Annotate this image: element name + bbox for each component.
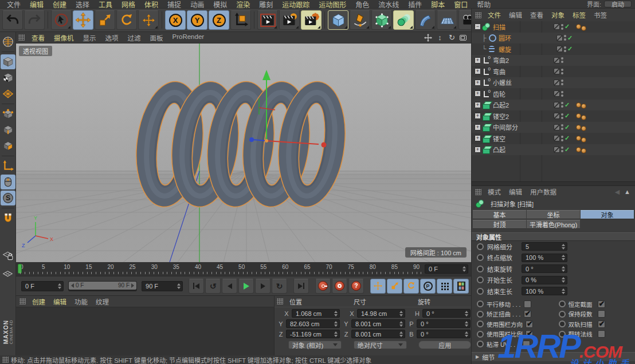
attribute-tab[interactable]: 平滑着色(Phong) <box>527 220 580 229</box>
menubar-item[interactable]: 角色 <box>351 0 374 9</box>
panel-splitter[interactable] <box>472 181 635 186</box>
object-menu-item[interactable]: 编辑 <box>505 10 526 19</box>
object-row[interactable]: 镂空2 <box>472 110 635 122</box>
object-name[interactable]: 中间部分 <box>493 122 552 132</box>
interface-dropdown[interactable]: 启动 <box>604 1 632 7</box>
play-loop-button[interactable]: ↻ <box>272 279 287 294</box>
layer-toggle-icon[interactable] <box>554 68 560 74</box>
visibility-dots-icon[interactable] <box>561 147 563 152</box>
preview-range-slider[interactable]: 0 F 90 F <box>68 281 137 291</box>
menubar-item[interactable]: 渲染 <box>232 0 254 9</box>
play-button[interactable] <box>238 279 254 294</box>
property-field[interactable]: 100 % <box>522 287 567 295</box>
keyframe-selection-button[interactable] <box>453 279 469 294</box>
object-tags[interactable] <box>574 112 635 120</box>
viewport-menu-item[interactable]: 显示 <box>79 33 101 42</box>
view-label[interactable]: 透视视图 <box>19 46 52 56</box>
spinner-arrows-icon[interactable] <box>559 255 565 260</box>
position-z-field[interactable]: -51.169 cm <box>286 330 340 338</box>
object-menu-item[interactable]: 标签 <box>569 10 590 19</box>
attribute-menu-item[interactable]: 模式 <box>484 187 505 196</box>
object-row[interactable]: 镂空 <box>472 133 635 144</box>
animation-toggle-icon[interactable] <box>559 300 566 307</box>
expander-icon[interactable] <box>475 135 481 141</box>
rotation-b-field[interactable]: 0 ° <box>417 330 471 338</box>
enabled-check-icon[interactable] <box>565 23 571 30</box>
animation-toggle-icon[interactable] <box>477 266 484 272</box>
expander-icon[interactable] <box>475 90 481 97</box>
object-row[interactable]: 凸起 <box>472 144 635 156</box>
spinner-arrows-icon[interactable] <box>559 244 565 250</box>
menubar-item[interactable]: 网格 <box>117 0 140 9</box>
animation-toggle-icon[interactable] <box>559 331 566 338</box>
material-menu-item[interactable]: 创建 <box>28 297 49 306</box>
position-x-field[interactable]: 1.068 cm <box>292 309 340 318</box>
enabled-check-icon[interactable] <box>565 135 571 141</box>
y-axis-lock-button[interactable]: Y <box>187 10 207 30</box>
play-reverse-button[interactable]: ↺ <box>205 279 221 294</box>
menubar-item[interactable]: 脚本 <box>426 0 449 9</box>
layer-toggle-icon[interactable] <box>554 135 560 141</box>
menubar-item[interactable]: 雕刻 <box>254 0 277 9</box>
menubar-item[interactable]: 文件 <box>2 0 25 9</box>
object-tags[interactable] <box>574 101 635 109</box>
current-frame-field[interactable]: 0 F <box>425 264 468 274</box>
object-row[interactable]: 弯曲2 <box>472 55 635 66</box>
frame-start-field[interactable]: 0 F <box>21 281 64 291</box>
spinner-arrows-icon[interactable] <box>559 277 565 283</box>
object-row[interactable]: 螺旋 <box>472 43 635 55</box>
visibility-dots-icon[interactable] <box>561 124 563 130</box>
spinner-arrows-icon[interactable] <box>559 266 565 272</box>
add-environment-floor-button[interactable] <box>437 10 457 30</box>
object-row[interactable]: 齿轮 <box>472 88 635 100</box>
layer-toggle-icon[interactable] <box>554 124 560 130</box>
texture-mode-button[interactable] <box>1 70 15 85</box>
animation-toggle-icon[interactable] <box>559 321 566 327</box>
object-tags[interactable] <box>574 134 635 143</box>
menubar-item[interactable]: 窗口 <box>449 0 472 9</box>
material-menu-item[interactable]: 编辑 <box>49 297 70 306</box>
checkbox[interactable] <box>598 330 605 338</box>
menubar-item[interactable]: 插件 <box>403 0 426 9</box>
checkbox[interactable] <box>523 341 530 348</box>
attribute-tab[interactable]: 基本 <box>473 210 526 219</box>
menubar-item[interactable]: 体积 <box>140 0 163 9</box>
property-field[interactable]: 0 % <box>522 276 567 284</box>
visibility-dots-icon[interactable] <box>561 69 563 74</box>
visibility-dots-icon[interactable] <box>561 136 563 141</box>
object-name[interactable]: 圆环 <box>499 33 555 42</box>
material-menu-item[interactable]: 功能 <box>70 297 92 306</box>
spinner-arrows-icon[interactable] <box>175 283 181 289</box>
edges-mode-button[interactable] <box>1 122 15 137</box>
object-row[interactable]: 圆环 <box>472 33 635 44</box>
next-frame-button[interactable] <box>255 279 271 294</box>
expander-icon[interactable] <box>475 68 481 74</box>
viewport-solo-button[interactable] <box>1 175 15 189</box>
redo-button[interactable] <box>24 10 45 30</box>
x-axis-lock-button[interactable]: X <box>165 10 186 30</box>
animation-toggle-icon[interactable] <box>477 300 484 307</box>
add-deformer-button[interactable] <box>415 10 436 30</box>
expander-icon[interactable] <box>475 124 481 130</box>
record-rotation-button[interactable] <box>403 279 419 294</box>
enabled-check-icon[interactable] <box>567 35 574 41</box>
menubar-item[interactable]: 捕捉 <box>163 0 186 9</box>
object-properties-header[interactable]: 对象属性 <box>472 232 635 241</box>
object-name[interactable]: 扫描 <box>493 22 552 31</box>
menubar-item[interactable]: 动画 <box>186 0 209 9</box>
object-tags[interactable] <box>574 123 635 131</box>
object-row[interactable]: 中间部分 <box>472 122 635 133</box>
add-spline-button[interactable] <box>350 10 370 30</box>
animation-toggle-icon[interactable] <box>477 243 484 250</box>
property-field[interactable]: 5 <box>522 242 567 251</box>
enabled-check-icon[interactable] <box>565 147 571 153</box>
polygons-mode-button[interactable] <box>1 139 15 153</box>
convert-object-button[interactable] <box>1 34 15 49</box>
workplane-lock-button[interactable] <box>1 248 15 263</box>
layer-toggle-icon[interactable] <box>554 102 560 108</box>
goto-start-button[interactable] <box>189 279 204 294</box>
frame-end-field[interactable]: 90 F <box>142 281 183 291</box>
object-name[interactable]: 螺旋 <box>499 45 555 54</box>
pan-view-icon[interactable] <box>424 33 432 42</box>
panel-grip-icon[interactable] <box>19 298 26 304</box>
